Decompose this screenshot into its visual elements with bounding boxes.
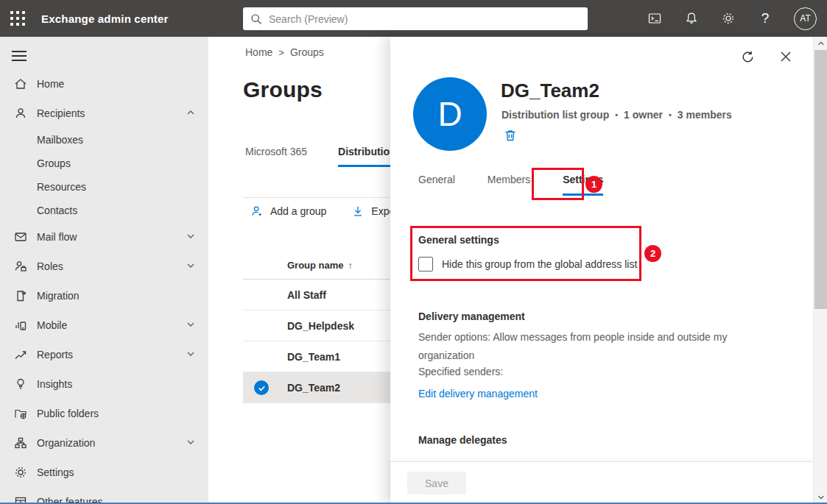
download-icon <box>351 205 365 218</box>
sidebar-item-label: Migration <box>37 290 80 302</box>
account-avatar[interactable]: AT <box>794 7 817 30</box>
sidebar-item-reports[interactable]: Reports <box>0 340 208 369</box>
sidebar-item-label: Contacts <box>37 205 77 216</box>
group-name-cell: DG_Team2 <box>287 382 340 394</box>
chevron-up-icon <box>186 107 195 120</box>
sidebar-item-settings[interactable]: Settings <box>0 458 208 487</box>
refresh-icon[interactable] <box>739 49 756 65</box>
sidebar-item-label: Resources <box>37 181 86 193</box>
gear-icon[interactable] <box>720 10 736 26</box>
terminal-icon[interactable] <box>647 10 663 26</box>
hide-from-gal-label: Hide this group from the global address … <box>442 258 637 270</box>
sidebar-item-label: Mobile <box>37 319 67 331</box>
search-input[interactable] <box>269 13 580 25</box>
sidebar-item-mobile[interactable]: Mobile <box>0 310 208 340</box>
chevron-down-icon <box>186 230 195 244</box>
breadcrumb-separator: > <box>278 47 284 58</box>
group-type-label: Distribution list group <box>502 109 609 121</box>
breadcrumb-groups[interactable]: Groups <box>290 46 324 58</box>
sidebar-item-organization[interactable]: Organization <box>0 428 208 458</box>
sidebar-item-contacts[interactable]: Contacts <box>0 199 208 222</box>
sidebar-item-mailboxes[interactable]: Mailboxes <box>0 128 208 152</box>
chevron-down-icon <box>186 319 195 332</box>
lightbulb-icon <box>13 377 28 391</box>
tab-settings[interactable]: Settings <box>563 174 603 196</box>
sidebar-item-label: Groups <box>37 157 71 169</box>
group-subtitle: Distribution list group • 1 owner • 3 me… <box>502 109 732 121</box>
sidebar-item-other-features[interactable]: Other features <box>0 487 208 504</box>
tab-members[interactable]: Members <box>488 174 530 196</box>
group-details-panel: D DG_Team2 Distribution list group • 1 o… <box>390 37 813 504</box>
reports-icon <box>13 347 28 362</box>
scrollbar-thumb[interactable] <box>814 50 827 309</box>
tab-general[interactable]: General <box>418 174 455 196</box>
column-header-group-name[interactable]: Group name <box>287 260 344 271</box>
sidebar-item-label: Public folders <box>37 408 99 419</box>
help-icon[interactable]: ? <box>757 10 773 26</box>
gear-icon <box>13 465 28 480</box>
folder-globe-icon <box>13 406 28 421</box>
owner-count: 1 owner <box>624 109 663 121</box>
close-icon[interactable] <box>778 49 794 65</box>
sidebar-item-insights[interactable]: Insights <box>0 369 208 399</box>
save-button[interactable]: Save <box>407 472 466 494</box>
roles-icon <box>13 259 28 274</box>
breadcrumb: Home > Groups <box>245 46 324 58</box>
page-title: Groups <box>243 77 323 102</box>
search-icon <box>250 13 262 25</box>
hide-from-gal-checkbox[interactable] <box>418 257 433 271</box>
breadcrumb-home[interactable]: Home <box>245 46 272 58</box>
sidebar-item-migration[interactable]: Migration <box>0 281 208 310</box>
sidebar-item-label: Mail flow <box>37 231 77 243</box>
bullet-separator: • <box>669 110 672 119</box>
chevron-down-icon <box>186 436 195 450</box>
waffle-icon <box>10 11 25 26</box>
delete-group-icon[interactable] <box>503 128 518 143</box>
sidebar-item-recipients[interactable]: Recipients <box>0 99 208 128</box>
member-count: 3 members <box>678 109 732 121</box>
hamburger-icon[interactable] <box>12 47 32 65</box>
group-name-cell: DG_Team1 <box>287 351 340 363</box>
panel-footer: Save <box>390 461 813 504</box>
sidebar-item-roles[interactable]: Roles <box>0 252 208 281</box>
sidebar-item-public-folders[interactable]: Public folders <box>0 399 208 428</box>
app-title: Exchange admin center <box>41 13 169 25</box>
vertical-scrollbar[interactable] <box>813 37 827 504</box>
general-settings-heading: General settings <box>418 234 499 246</box>
sort-ascending-icon: ↑ <box>348 260 353 271</box>
sidebar-item-label: Recipients <box>37 107 85 119</box>
bell-icon[interactable] <box>683 10 700 26</box>
group-title: DG_Team2 <box>501 79 599 102</box>
migration-icon <box>13 288 28 303</box>
group-name-cell: All Staff <box>287 289 326 301</box>
specified-senders-text: Specified senders: <box>418 366 503 377</box>
sidebar-item-label: Settings <box>37 466 74 478</box>
group-avatar: D <box>413 77 487 151</box>
sidebar-item-label: Mailboxes <box>37 134 83 146</box>
home-icon <box>13 77 28 91</box>
sidebar-item-mail-flow[interactable]: Mail flow <box>0 222 208 252</box>
selected-check-icon[interactable] <box>254 380 269 395</box>
group-type-tabs: Microsoft 365 Distribution list <box>245 146 414 167</box>
annotation-badge-2: 2 <box>644 245 661 262</box>
sidebar-item-groups[interactable]: Groups <box>0 152 208 175</box>
sidebar-item-label: Home <box>37 78 64 90</box>
scroll-up-icon[interactable] <box>814 37 827 50</box>
delivery-management-heading: Delivery management <box>418 310 525 322</box>
add-person-icon <box>250 205 264 218</box>
sender-options-text: Sender options: Allow messages from peop… <box>418 328 735 365</box>
person-icon <box>13 106 28 121</box>
sidebar-item-resources[interactable]: Resources <box>0 175 208 199</box>
add-group-button[interactable]: Add a group <box>250 205 326 218</box>
org-chart-icon <box>13 436 28 450</box>
mail-icon <box>13 230 28 244</box>
chevron-down-icon <box>186 348 195 361</box>
edit-delivery-management-link[interactable]: Edit delivery management <box>418 388 538 400</box>
sidebar-item-label: Roles <box>37 260 63 272</box>
sidebar-item-label: Organization <box>37 437 95 449</box>
tab-microsoft-365[interactable]: Microsoft 365 <box>245 146 307 167</box>
sidebar-item-home[interactable]: Home <box>0 69 208 99</box>
app-launcher-button[interactable] <box>0 0 35 37</box>
sidebar-item-label: Reports <box>37 349 73 361</box>
search-box[interactable] <box>243 7 588 30</box>
